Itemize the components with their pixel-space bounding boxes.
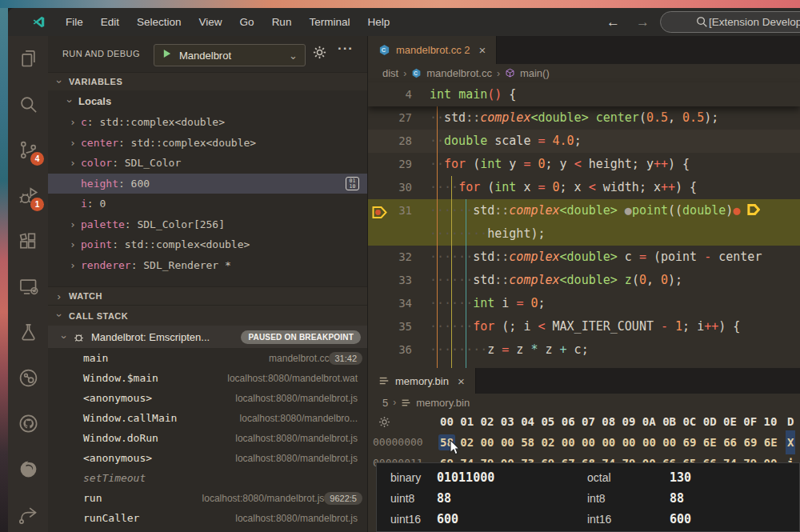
code-line[interactable]: 31······std::complex<double> ●point((dou… <box>368 199 800 222</box>
code-line[interactable]: ········height); <box>368 222 800 246</box>
variable-row[interactable]: i: 0 <box>48 194 367 214</box>
variable-row[interactable]: ›point: std::complex<double> <box>48 234 367 255</box>
menu-go[interactable]: Go <box>231 16 263 28</box>
stack-frame-row[interactable]: <anonymous>localhost:8080/mandelbrot.js <box>48 448 367 468</box>
tab-mandelbrot[interactable]: C mandelbrot.cc 2 × <box>368 36 497 64</box>
call-stack-section-header[interactable]: › CALL STACK <box>48 305 367 326</box>
code-graph-activity-item[interactable] <box>8 355 48 401</box>
variable-row[interactable]: ›color: SDL_Color <box>48 153 367 174</box>
code-token: point <box>632 203 668 218</box>
variable-row[interactable]: ›center: std::complex<double> <box>48 133 367 154</box>
hex-byte[interactable]: 00 <box>622 436 636 449</box>
menu-view[interactable]: View <box>190 16 231 28</box>
hex-byte[interactable]: 00 <box>562 436 575 449</box>
edge-browser-activity-item[interactable] <box>8 446 48 492</box>
code-line[interactable]: 29··for (int y = 0; y < height; y++) { <box>368 153 800 176</box>
code-token: + <box>560 342 567 357</box>
stack-frame-row[interactable]: Window.$mainlocalhost:8080/mandelbrot.wa… <box>48 368 367 388</box>
watch-section-header[interactable]: › WATCH <box>48 286 367 305</box>
hex-byte[interactable]: 00 <box>642 436 656 449</box>
hex-byte[interactable]: 00 <box>602 436 615 449</box>
debug-settings-gear-icon[interactable] <box>312 45 327 63</box>
explorer-activity-item[interactable] <box>8 36 48 82</box>
sticky-scroll-line[interactable]: 4int main() { <box>368 82 800 106</box>
hex-byte[interactable]: 00 <box>481 436 494 449</box>
menu-terminal[interactable]: Terminal <box>300 16 358 28</box>
code-line[interactable]: 35······for (; i < MAX_ITER_COUNT - 1; i… <box>368 315 800 338</box>
breadcrumb-file[interactable]: memory.bin <box>416 397 470 409</box>
code-line[interactable]: 34······int i = 0; <box>368 292 800 315</box>
close-icon[interactable]: × <box>458 374 465 388</box>
variables-section-header[interactable]: › VARIABLES <box>48 72 367 90</box>
menu-file[interactable]: File <box>57 16 92 28</box>
hex-byte[interactable]: 6E <box>764 436 778 449</box>
hex-byte[interactable]: 6E <box>703 436 717 449</box>
code-line[interactable]: 36········z = z * z + c; <box>368 338 800 362</box>
hex-byte[interactable]: 02 <box>460 436 474 449</box>
live-share-activity-item[interactable] <box>8 492 48 532</box>
locals-scope-row[interactable]: › Locals <box>48 90 367 112</box>
hex-byte[interactable]: 00 <box>662 436 676 449</box>
hex-byte[interactable]: 00 <box>582 436 595 449</box>
variable-name: point <box>81 238 112 250</box>
variable-row[interactable]: ›palette: SDL_Color[256] <box>48 214 367 235</box>
close-icon[interactable]: × <box>479 43 486 57</box>
source-control-activity-item[interactable]: 4 <box>8 127 48 173</box>
breadcrumb-symbol[interactable]: main() <box>520 67 550 79</box>
menu-selection[interactable]: Selection <box>128 16 190 28</box>
line-number: 31 <box>368 199 412 222</box>
variable-row[interactable]: ›renderer: SDL_Renderer * <box>48 255 367 276</box>
remote-explorer-activity-item[interactable] <box>8 264 48 310</box>
inspector-value: 88 <box>670 488 684 509</box>
code-line[interactable]: 30····for (int x = 0; x < width; x++) { <box>368 176 800 199</box>
hex-byte[interactable]: 69 <box>683 436 697 449</box>
code-area[interactable]: 27··std::complex<double> center(0.5, 0.5… <box>368 106 800 368</box>
launch-config-dropdown[interactable]: Mandelbrot ⌄ <box>154 44 306 66</box>
menubar: FileEditSelectionViewGoRunTerminalHelp <box>57 16 398 28</box>
command-center-search[interactable]: [Extension Develop <box>660 11 800 33</box>
stack-frame-row[interactable]: Window.doRunlocalhost:8080/mandelbrot.js <box>48 428 367 448</box>
tab-memory-bin[interactable]: memory.bin × <box>368 368 476 394</box>
debug-session-row[interactable]: › Mandelbrot: Emscripten... PAUSED ON BR… <box>48 326 367 348</box>
stack-frame-row[interactable]: Window.callMainlocalhost:8080/mandelbro.… <box>48 408 367 428</box>
run-debug-activity-item[interactable]: 1 <box>8 173 48 218</box>
code-token: ● <box>625 203 632 218</box>
stack-frame-row[interactable]: <anonymous>localhost:8080/mandelbrot.js <box>48 388 367 408</box>
github-activity-item[interactable] <box>8 401 48 446</box>
code-token: height; y <box>582 157 654 171</box>
stack-frame-row[interactable]: runlocalhost:8080/mandelbrot.js9622:5 <box>48 488 367 508</box>
data-inspector-tooltip: binary01011000octal130uint888int888uint1… <box>376 462 800 532</box>
stack-frame-row[interactable]: setTimeout <box>48 468 367 488</box>
variable-row[interactable]: height: 6000110 <box>48 174 367 194</box>
menu-run[interactable]: Run <box>263 16 301 28</box>
forward-arrow-icon[interactable]: → <box>636 14 650 30</box>
stack-frame-row[interactable]: mainmandelbrot.cc31:42 <box>48 348 367 368</box>
breadcrumb-file[interactable]: mandelbrot.cc <box>426 67 492 79</box>
hex-byte[interactable]: 00 <box>501 436 514 449</box>
breadcrumb-dist[interactable]: dist <box>382 67 398 79</box>
test-beaker-activity-item[interactable] <box>8 310 48 355</box>
hex-byte[interactable]: 69 <box>743 436 757 449</box>
hex-byte[interactable]: 58 <box>521 436 534 449</box>
code-line[interactable]: 33······std::complex<double> z(0, 0); <box>368 269 800 292</box>
chevron-right-icon: › <box>69 234 77 255</box>
code-line[interactable]: 28··double scale = 4.0; <box>368 130 800 153</box>
menu-help[interactable]: Help <box>358 16 398 28</box>
menu-edit[interactable]: Edit <box>92 16 128 28</box>
variable-row[interactable]: ›c: std::complex<double> <box>48 112 367 133</box>
code-line[interactable]: 27··std::complex<double> center(0.5, 0.5… <box>368 106 800 130</box>
breadcrumb-parent[interactable]: 5 <box>382 397 388 409</box>
variable-name: c <box>81 116 87 128</box>
view-binary-icon[interactable]: 0110 <box>346 177 359 190</box>
more-actions-icon[interactable]: ··· <box>338 41 354 57</box>
code-token: { <box>502 87 516 102</box>
start-debug-icon[interactable] <box>162 48 172 62</box>
hex-row[interactable]: 0000000058 02 00 00 58 02 00 00 00 00 00… <box>368 432 800 453</box>
search-activity-item[interactable] <box>8 82 48 127</box>
hex-byte[interactable]: 02 <box>541 436 554 449</box>
back-arrow-icon[interactable]: ← <box>606 14 620 30</box>
hex-byte[interactable]: 66 <box>723 436 737 449</box>
code-line[interactable]: 32······std::complex<double> c = (point … <box>368 246 800 269</box>
extensions-activity-item[interactable] <box>8 218 48 264</box>
stack-frame-row[interactable]: runCallerlocalhost:8080/mandelbrot.js <box>48 508 367 528</box>
